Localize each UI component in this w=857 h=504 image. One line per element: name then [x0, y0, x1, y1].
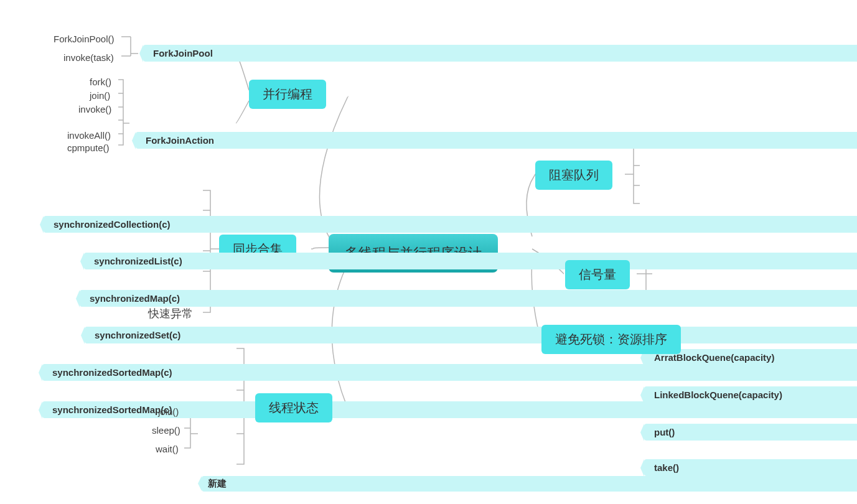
leaf-sync-sortedmap1[interactable]: synchronizedSortedMap(c): [42, 364, 857, 381]
leaf-sync-collection[interactable]: synchronizedCollection(c): [44, 216, 857, 233]
leaf-sync-list[interactable]: synchronizedList(c): [84, 253, 857, 269]
leaf-state-new[interactable]: 新建: [202, 476, 857, 492]
leaf-invoke: invoke(): [72, 101, 118, 117]
node-forkjoinaction[interactable]: ForkJoinAction: [136, 132, 857, 149]
node-thread-state[interactable]: 线程状态: [255, 393, 332, 422]
leaf-linkedblockqueue[interactable]: LinkedBlockQuene(capacity): [644, 386, 857, 403]
leaf-forkjoinpool-ctor: ForkJoinPool(): [47, 31, 121, 47]
node-deadlock[interactable]: 避免死锁：资源排序: [541, 325, 681, 354]
leaf-compute: cpmpute(): [61, 140, 116, 156]
leaf-sync-map[interactable]: synchronizedMap(c): [80, 290, 857, 307]
node-semaphore[interactable]: 信号量: [565, 260, 630, 289]
leaf-put[interactable]: put(): [644, 424, 857, 441]
leaf-blocked-wait: wait(): [149, 441, 185, 457]
leaf-sync-set[interactable]: synchronizedSet(c): [85, 327, 857, 343]
leaf-fast-exception: 快速异常: [144, 305, 197, 322]
node-block-queue[interactable]: 阻塞队列: [535, 161, 612, 190]
leaf-invoke-task: invoke(task): [57, 50, 120, 65]
leaf-take[interactable]: take(): [644, 459, 857, 476]
node-parallel[interactable]: 并行编程: [249, 80, 326, 109]
leaf-blocked-join: join(): [152, 404, 185, 419]
leaf-blocked-sleep: sleep(): [146, 422, 187, 438]
node-forkjoinpool[interactable]: ForkJoinPool: [143, 45, 857, 62]
